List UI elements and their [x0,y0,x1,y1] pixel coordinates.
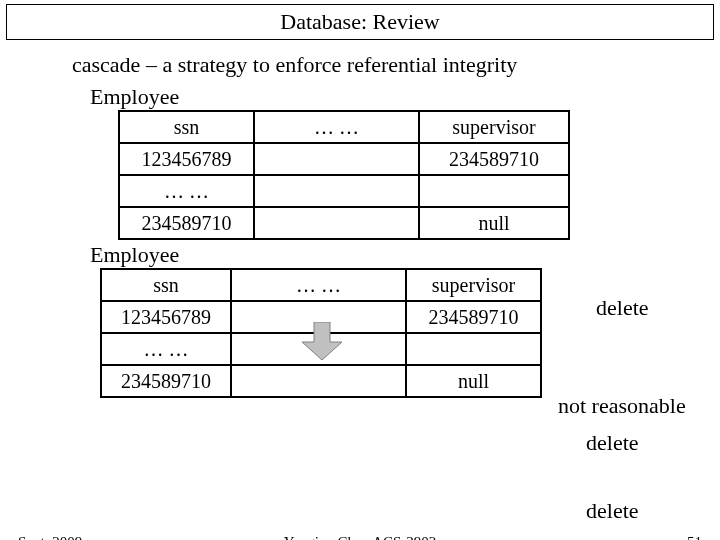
cell: 234589710 [119,207,254,239]
cell: … … [101,333,231,365]
cell [419,175,569,207]
table-row: 123456789 234589710 [119,143,569,175]
annotation-delete: delete [586,430,639,456]
footer-page-number: 51 [687,534,702,540]
cell [231,365,406,397]
table-row: 234589710 null [101,365,541,397]
annotation-not-reasonable: not reasonable [558,393,686,419]
slide-header: Database: Review [6,4,714,40]
cell: 234589710 [419,143,569,175]
cell [254,175,419,207]
col-header-ssn: ssn [119,111,254,143]
col-header-mid: … … [231,269,406,301]
annotation-delete: delete [586,498,639,524]
cell: 123456789 [101,301,231,333]
col-header-mid: … … [254,111,419,143]
cell: … … [119,175,254,207]
cell [254,207,419,239]
cell: 234589710 [406,301,541,333]
table-row: ssn … … supervisor [101,269,541,301]
employee-table-1: ssn … … supervisor 123456789 234589710 …… [118,110,570,240]
col-header-supervisor: supervisor [406,269,541,301]
cell: 234589710 [101,365,231,397]
cell [406,333,541,365]
cell [254,143,419,175]
col-header-ssn: ssn [101,269,231,301]
table-row: 234589710 null [119,207,569,239]
table2-label: Employee [90,242,720,268]
table-row: ssn … … supervisor [119,111,569,143]
table1-label: Employee [90,84,720,110]
cell: 123456789 [119,143,254,175]
cell: null [406,365,541,397]
cell: null [419,207,569,239]
slide-title: Database: Review [280,9,439,34]
footer-center: Yangjun Chen ACS-3902 [0,534,720,540]
arrow-down-icon [302,322,342,360]
body-text: cascade – a strategy to enforce referent… [72,52,720,78]
table-row: … … [119,175,569,207]
svg-marker-0 [302,322,342,360]
annotation-delete: delete [596,295,649,321]
col-header-supervisor: supervisor [419,111,569,143]
